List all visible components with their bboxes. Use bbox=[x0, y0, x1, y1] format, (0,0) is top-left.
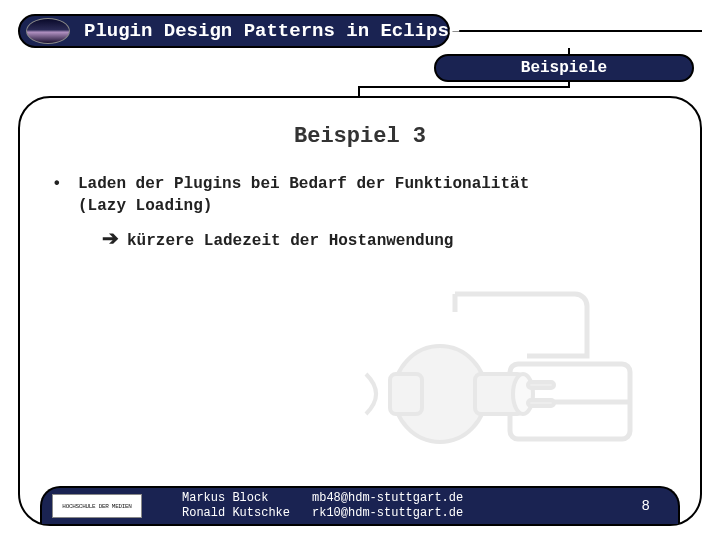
author-row: Ronald Kutschke rk10@hdm-stuttgart.de bbox=[182, 506, 463, 521]
author2-name: Ronald Kutschke bbox=[182, 506, 312, 521]
bullet-item: • Laden der Plugins bei Bedarf der Funkt… bbox=[52, 173, 668, 218]
subtitle-connector-v2 bbox=[358, 86, 360, 98]
eclipse-logo-icon bbox=[26, 18, 70, 44]
svg-rect-6 bbox=[390, 374, 422, 414]
hdm-logo-text: HOCHSCHULE DER MEDIEN bbox=[62, 503, 131, 510]
subtitle-connector-h bbox=[360, 86, 570, 88]
subtitle-text: Beispiele bbox=[521, 59, 607, 77]
page-number: 8 bbox=[642, 498, 650, 514]
footer-bar: HOCHSCHULE DER MEDIEN Markus Block mb48@… bbox=[40, 486, 680, 524]
hdm-logo-icon: HOCHSCHULE DER MEDIEN bbox=[52, 494, 142, 518]
sub-bullet-text: kürzere Ladezeit der Hostanwendung bbox=[127, 230, 453, 252]
bullet-dot-icon: • bbox=[52, 173, 78, 218]
bullet-text: Laden der Plugins bei Bedarf der Funktio… bbox=[78, 173, 529, 218]
author2-email: rk10@hdm-stuttgart.de bbox=[312, 506, 463, 521]
bullet-line1: Laden der Plugins bei Bedarf der Funktio… bbox=[78, 175, 529, 193]
bullet-list: • Laden der Plugins bei Bedarf der Funkt… bbox=[52, 173, 668, 252]
author1-email: mb48@hdm-stuttgart.de bbox=[312, 491, 463, 506]
arrow-right-icon: ➔ bbox=[102, 224, 119, 252]
subtitle-pill: Beispiele bbox=[434, 54, 694, 82]
svg-rect-5 bbox=[528, 400, 554, 406]
content-frame: Beispiel 3 • Laden der Plugins bei Bedar… bbox=[18, 96, 702, 526]
svg-point-3 bbox=[513, 374, 533, 414]
svg-rect-4 bbox=[528, 382, 554, 388]
title-bar: Plugin Design Patterns in Eclipse bbox=[18, 14, 450, 48]
bullet-line2: (Lazy Loading) bbox=[78, 197, 212, 215]
page-title: Plugin Design Patterns in Eclipse bbox=[84, 20, 460, 42]
sub-bullet-item: ➔ kürzere Ladezeit der Hostanwendung bbox=[102, 224, 668, 252]
title-connector-line bbox=[430, 30, 702, 32]
content-heading: Beispiel 3 bbox=[52, 124, 668, 149]
footer-authors: Markus Block mb48@hdm-stuttgart.de Ronal… bbox=[182, 491, 463, 521]
plugin-illustration-icon bbox=[360, 274, 660, 464]
author-row: Markus Block mb48@hdm-stuttgart.de bbox=[182, 491, 463, 506]
author1-name: Markus Block bbox=[182, 491, 312, 506]
